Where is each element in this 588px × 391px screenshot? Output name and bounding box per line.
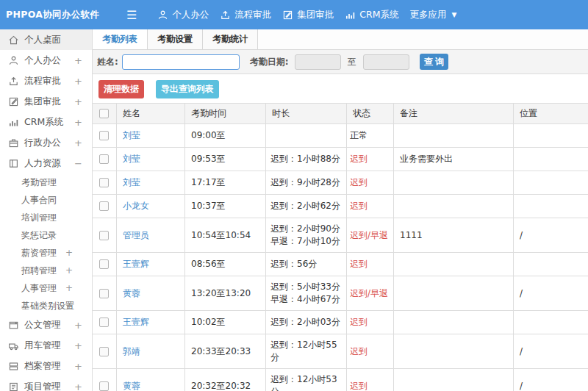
expand-toggle[interactable]: + [65, 265, 73, 276]
row-checkbox[interactable] [99, 178, 109, 187]
sidebar-item[interactable]: 奖惩记录 [0, 226, 92, 244]
nav-item-3[interactable]: 集团审批 [282, 9, 334, 21]
expand-toggle[interactable]: + [65, 248, 73, 258]
expand-toggle[interactable]: + [74, 340, 82, 351]
row-checkbox[interactable] [99, 347, 109, 356]
tab-2[interactable]: 考勤设置 [148, 29, 203, 49]
employee-name-link[interactable]: 刘莹 [123, 130, 140, 140]
column-header: 时长 [266, 104, 347, 124]
sidebar-item[interactable]: 人事合同 [0, 191, 92, 209]
row-checkbox[interactable] [99, 154, 109, 164]
sidebar-item[interactable]: 公文管理+ [0, 315, 92, 335]
nav-item-4[interactable]: CRM系统 [345, 9, 398, 21]
name-label: 姓名: [97, 56, 118, 68]
date-to-input[interactable] [363, 54, 409, 70]
sidebar-item[interactable]: 人力资源− [0, 153, 92, 173]
row-checkbox[interactable] [99, 318, 109, 327]
employee-name-link[interactable]: 刘莹 [123, 154, 140, 164]
employee-name-link[interactable]: 小龙女 [123, 201, 149, 211]
location [514, 195, 588, 218]
export-list-button[interactable]: 导出查询列表 [156, 80, 219, 98]
sidebar-item[interactable]: 流程审批+ [0, 71, 92, 91]
expand-toggle[interactable]: − [74, 158, 82, 169]
duration: 迟到：12小时55分 [266, 334, 347, 369]
employee-name-link[interactable]: 王壹辉 [123, 259, 149, 269]
employee-name-link[interactable]: 王壹辉 [123, 317, 149, 327]
expand-toggle[interactable]: + [74, 320, 82, 331]
date-from-input[interactable] [295, 54, 341, 70]
expand-toggle[interactable]: + [74, 361, 82, 372]
row-checkbox[interactable] [99, 381, 109, 391]
note: 1111 [394, 218, 514, 253]
duration: 迟到：9小时28分 [266, 171, 347, 195]
employee-name-link[interactable]: 郭靖 [123, 346, 140, 356]
row-checkbox[interactable] [99, 289, 109, 298]
user-icon [8, 55, 19, 66]
select-all-checkbox[interactable] [99, 109, 109, 118]
table-row: 黄蓉13:20至13:20迟到：5小时33分早退：4小时67分迟到/早退/ [93, 276, 588, 311]
expand-toggle[interactable]: + [65, 283, 73, 293]
tab-3[interactable]: 考勤统计 [203, 29, 258, 49]
nav-item-1[interactable]: 个人办公 [157, 9, 209, 21]
sidebar-item[interactable]: 培训管理 [0, 209, 92, 226]
employee-name-link[interactable]: 黄蓉 [123, 288, 140, 298]
row-checkbox[interactable] [99, 231, 109, 240]
status: 迟到 [347, 369, 394, 391]
attendance-time: 17:17至 [185, 171, 266, 195]
sidebar-item[interactable]: 个人桌面 [0, 29, 92, 50]
sidebar-item[interactable]: 人事管理+ [0, 279, 92, 297]
sidebar-item[interactable]: 项目管理+ [0, 376, 92, 391]
table-row: 管理员10:54至10:54迟到：2小时90分早退：7小时10分迟到/早退111… [93, 218, 588, 253]
sidebar-item[interactable]: 用车管理+ [0, 335, 92, 356]
name-input[interactable] [122, 54, 240, 70]
attendance-time: 13:20至13:20 [185, 276, 266, 311]
duration: 迟到：2小时03分 [266, 311, 347, 334]
row-checkbox[interactable] [99, 201, 109, 211]
edit-icon [8, 96, 19, 107]
sidebar-item[interactable]: 集团审批+ [0, 91, 92, 112]
duration: 迟到：2小时62分 [266, 195, 347, 218]
query-button[interactable]: 查 询 [420, 54, 448, 70]
nav-item-2[interactable]: 流程审批 [220, 9, 271, 21]
expand-toggle[interactable]: + [74, 137, 82, 148]
row-checkbox[interactable] [99, 259, 109, 269]
tab-1[interactable]: 考勤列表 [93, 29, 148, 49]
expand-toggle[interactable]: + [74, 381, 82, 391]
sidebar-item[interactable]: 行政办公+ [0, 132, 92, 153]
table-row: 刘莹17:17至迟到：9小时28分迟到 [93, 171, 588, 195]
column-header: 状态 [347, 104, 394, 124]
doc-icon [8, 320, 19, 331]
sidebar-item[interactable]: CRM系统+ [0, 112, 92, 132]
duration: 迟到：2小时90分早退：7小时10分 [266, 218, 347, 253]
clean-data-button[interactable]: 清理数据 [98, 80, 144, 98]
attendance-time: 10:02至 [185, 311, 266, 334]
expand-toggle[interactable]: + [74, 55, 82, 66]
tab-bar: 考勤列表考勤设置考勤统计 [93, 29, 588, 50]
expand-toggle[interactable]: + [65, 301, 73, 311]
sidebar-item[interactable]: 个人办公+ [0, 50, 92, 71]
sidebar-item[interactable]: 招聘管理+ [0, 262, 92, 279]
expand-toggle[interactable]: + [74, 76, 82, 87]
sidebar-item[interactable]: 薪资管理+ [0, 244, 92, 262]
status: 迟到/早退 [347, 218, 394, 253]
employee-name-link[interactable]: 管理员 [123, 230, 149, 240]
sidebar-item[interactable]: 考勤管理 [0, 173, 92, 191]
note [394, 369, 514, 391]
navbar-items: 个人办公流程审批集团审批CRM系统更多应用▼ [157, 9, 467, 21]
app-logo: PHPOA协同办公软件 [0, 9, 118, 21]
expand-toggle[interactable]: + [74, 117, 82, 128]
location [514, 253, 588, 276]
project-icon [8, 381, 19, 391]
row-checkbox[interactable] [99, 131, 109, 140]
sidebar-item[interactable]: 基础类别设置+ [0, 297, 92, 315]
caret-down-icon: ▼ [452, 11, 457, 18]
employee-name-link[interactable]: 黄蓉 [123, 381, 140, 391]
expand-toggle[interactable]: + [74, 96, 82, 107]
chart-icon [345, 10, 356, 21]
table-header-row: 姓名考勤时间时长状态备注位置 [93, 104, 588, 124]
sidebar-item[interactable]: 档案管理+ [0, 356, 92, 376]
table-row: 黄蓉20:32至20:32迟到：12小时53分迟到/ [93, 369, 588, 391]
hamburger-menu-icon[interactable]: ☰ [126, 8, 137, 22]
nav-item-5[interactable]: 更多应用▼ [410, 9, 457, 21]
employee-name-link[interactable]: 刘莹 [123, 177, 140, 187]
